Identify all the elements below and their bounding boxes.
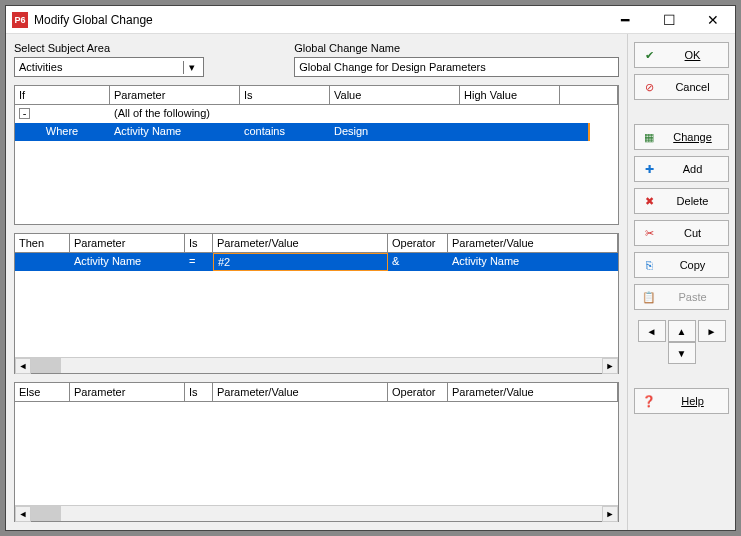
maximize-button[interactable]: ☐ xyxy=(647,6,691,34)
scroll-left-icon[interactable]: ◄ xyxy=(15,506,31,522)
if-row[interactable]: Where Activity Name contains Design xyxy=(15,123,590,141)
global-change-name-input[interactable]: Global Change for Design Parameters xyxy=(294,57,619,77)
subject-area-value: Activities xyxy=(19,61,62,73)
col-is[interactable]: Is xyxy=(240,86,330,104)
if-grid: If Parameter Is Value High Value - (All … xyxy=(14,85,619,225)
col-operator[interactable]: Operator xyxy=(388,383,448,401)
col-pv1[interactable]: Parameter/Value xyxy=(213,383,388,401)
then-hscroll[interactable]: ◄ ► xyxy=(15,357,618,373)
nav-up-button[interactable]: ▲ xyxy=(668,320,696,342)
button-sidebar: ✔ OK ⊘ Cancel ▦ Change ✚ Add ✖ Delete ✂ xyxy=(627,34,735,530)
help-button[interactable]: ❓ Help xyxy=(634,388,729,414)
col-parameter[interactable]: Parameter xyxy=(70,383,185,401)
then-grid: Then Parameter Is Parameter/Value Operat… xyxy=(14,233,619,373)
window-title: Modify Global Change xyxy=(34,13,153,27)
delete-icon: ✖ xyxy=(641,193,657,209)
col-parameter[interactable]: Parameter xyxy=(110,86,240,104)
close-button[interactable]: ✕ xyxy=(691,6,735,34)
col-parameter[interactable]: Parameter xyxy=(70,234,185,252)
paste-button: 📋 Paste xyxy=(634,284,729,310)
col-high-value[interactable]: High Value xyxy=(460,86,560,104)
cancel-icon: ⊘ xyxy=(641,79,657,95)
add-button[interactable]: ✚ Add xyxy=(634,156,729,182)
cancel-button[interactable]: ⊘ Cancel xyxy=(634,74,729,100)
col-else[interactable]: Else xyxy=(15,383,70,401)
if-row-group[interactable]: - (All of the following) xyxy=(15,105,618,123)
copy-icon: ⎘ xyxy=(641,257,657,273)
else-hscroll[interactable]: ◄ ► xyxy=(15,505,618,521)
pv1-edit-cell[interactable]: #2 xyxy=(213,253,388,271)
help-icon: ❓ xyxy=(641,393,657,409)
scissors-icon: ✂ xyxy=(641,225,657,241)
delete-button[interactable]: ✖ Delete xyxy=(634,188,729,214)
chevron-down-icon: ▾ xyxy=(183,61,199,74)
cut-button[interactable]: ✂ Cut xyxy=(634,220,729,246)
change-button[interactable]: ▦ Change xyxy=(634,124,729,150)
if-grid-header: If Parameter Is Value High Value xyxy=(15,86,618,105)
col-operator[interactable]: Operator xyxy=(388,234,448,252)
then-row[interactable]: Activity Name = #2 & Activity Name xyxy=(15,253,618,271)
col-is[interactable]: Is xyxy=(185,383,213,401)
subject-area-label: Select Subject Area xyxy=(14,42,286,54)
col-if[interactable]: If xyxy=(15,86,110,104)
plus-icon: ✚ xyxy=(641,161,657,177)
scroll-right-icon[interactable]: ► xyxy=(602,358,618,374)
col-pv2[interactable]: Parameter/Value xyxy=(448,383,618,401)
copy-button[interactable]: ⎘ Copy xyxy=(634,252,729,278)
nav-right-button[interactable]: ► xyxy=(698,320,726,342)
dialog-window: P6 Modify Global Change ━ ☐ ✕ Select Sub… xyxy=(5,5,736,531)
subject-area-select[interactable]: Activities ▾ xyxy=(14,57,204,77)
col-is[interactable]: Is xyxy=(185,234,213,252)
ok-button[interactable]: ✔ OK xyxy=(634,42,729,68)
col-value[interactable]: Value xyxy=(330,86,460,104)
check-icon: ✔ xyxy=(641,47,657,63)
scroll-right-icon[interactable]: ► xyxy=(602,506,618,522)
collapse-icon[interactable]: - xyxy=(19,108,30,119)
minimize-button[interactable]: ━ xyxy=(603,6,647,34)
nav-down-button[interactable]: ▼ xyxy=(668,342,696,364)
change-icon: ▦ xyxy=(641,129,657,145)
title-bar[interactable]: P6 Modify Global Change ━ ☐ ✕ xyxy=(6,6,735,34)
nav-left-button[interactable]: ◄ xyxy=(638,320,666,342)
global-change-name-label: Global Change Name xyxy=(294,42,619,54)
else-grid: Else Parameter Is Parameter/Value Operat… xyxy=(14,382,619,522)
app-icon: P6 xyxy=(12,12,28,28)
scroll-left-icon[interactable]: ◄ xyxy=(15,358,31,374)
paste-icon: 📋 xyxy=(641,289,657,305)
col-pv2[interactable]: Parameter/Value xyxy=(448,234,618,252)
nav-arrows: ◄ ▲ ▼ ► xyxy=(634,320,729,364)
col-then[interactable]: Then xyxy=(15,234,70,252)
col-pv1[interactable]: Parameter/Value xyxy=(213,234,388,252)
